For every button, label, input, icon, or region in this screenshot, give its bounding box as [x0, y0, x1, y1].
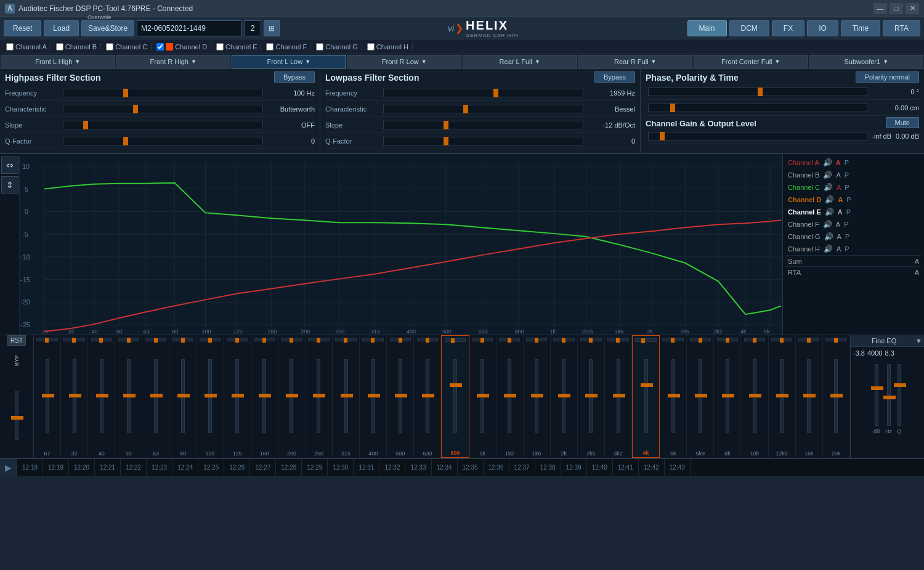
channel-checkbox-channeld[interactable] [156, 43, 164, 51]
eq-fader-track-9[interactable] [290, 359, 293, 433]
eq-fader-track-7[interactable] [235, 359, 239, 433]
delay-slider-thumb[interactable] [670, 104, 675, 112]
eq-fader-thumb-12[interactable] [368, 394, 380, 397]
save-store-button[interactable]: Save&Store [81, 20, 134, 36]
legend-ch-g-a[interactable]: A [837, 233, 841, 240]
legend-ch-d-p[interactable]: P [846, 196, 851, 203]
eq-fader-track-13[interactable] [399, 359, 402, 433]
eq-fader-track-6[interactable] [208, 359, 212, 433]
eq-fader-thumb-16[interactable] [477, 394, 489, 397]
eq-fader-thumb-24[interactable] [695, 394, 707, 397]
legend-ch-d-a[interactable]: A [838, 196, 843, 203]
delay-slider-track[interactable] [648, 104, 867, 112]
eq-fader-track-0[interactable] [46, 359, 49, 433]
eq-fader-thumb-0[interactable] [42, 394, 54, 397]
filter-slider-thumb-2[interactable] [83, 121, 88, 129]
filter-slider-thumb-0[interactable] [493, 89, 498, 97]
eq-fader-track-1[interactable] [73, 359, 76, 433]
lowpass-bypass-button[interactable]: Bypass [594, 71, 635, 83]
eq-fader-thumb-4[interactable] [150, 394, 163, 397]
legend-ch-e-a[interactable]: A [838, 208, 843, 216]
fine-eq-arrow-icon[interactable]: ▼ [915, 337, 922, 344]
eq-fader-track-28[interactable] [807, 359, 811, 433]
fine-eq-hz-track[interactable] [887, 364, 891, 426]
channel-name-btn-2[interactable]: Front L Low▼ [232, 55, 346, 68]
legend-rta-a[interactable]: A [915, 269, 919, 276]
polarity-button[interactable]: Polarity normal [856, 71, 919, 83]
eq-fader-thumb-17[interactable] [504, 394, 516, 397]
eq-fader-thumb-10[interactable] [313, 394, 325, 397]
eq-fader-track-21[interactable] [617, 359, 620, 433]
close-button[interactable]: ✕ [906, 3, 919, 14]
eq-fader-track-20[interactable] [589, 359, 593, 433]
nav-rta-button[interactable]: RTA [883, 20, 920, 36]
eq-fader-track-14[interactable] [426, 359, 429, 433]
legend-ch-b-p[interactable]: P [845, 171, 849, 179]
eq-fader-track-22[interactable] [644, 359, 648, 433]
legend-ch-f-speaker-icon[interactable]: 🔊 [823, 220, 832, 229]
channel-name-btn-4[interactable]: Rear L Full▼ [463, 55, 577, 68]
eq-fader-thumb-3[interactable] [123, 394, 136, 397]
eq-fader-track-27[interactable] [780, 359, 784, 433]
fine-eq-db-track[interactable] [875, 364, 878, 426]
channel-checkbox-channelg[interactable] [316, 43, 323, 51]
eq-rst-button[interactable]: RST [7, 335, 26, 346]
eq-fader-thumb-26[interactable] [749, 394, 761, 397]
preset-number-input[interactable] [244, 20, 261, 36]
eq-fader-thumb-28[interactable] [803, 394, 816, 397]
eq-fader-thumb-6[interactable] [205, 394, 217, 397]
legend-ch-h-a[interactable]: A [837, 245, 841, 253]
eq-fader-track-19[interactable] [562, 359, 565, 433]
eq-fader-thumb-15[interactable] [450, 383, 462, 387]
mute-button[interactable]: Mute [886, 117, 919, 128]
channel-checkbox-channelh[interactable] [367, 43, 375, 51]
highpass-bypass-button[interactable]: Bypass [274, 71, 315, 83]
graph-zoom-fit-button[interactable]: ⇔ [1, 157, 18, 174]
eq-fader-thumb-8[interactable] [259, 394, 271, 397]
eq-master-fader-thumb[interactable] [11, 416, 23, 420]
eq-fader-thumb-27[interactable] [776, 394, 788, 397]
eq-fader-track-26[interactable] [753, 359, 756, 433]
eq-fader-thumb-7[interactable] [232, 394, 244, 397]
minimize-button[interactable]: — [873, 3, 887, 14]
channel-checkbox-channelc[interactable] [106, 43, 113, 51]
eq-fader-thumb-20[interactable] [585, 394, 598, 397]
fine-eq-hz-thumb[interactable] [883, 396, 896, 399]
eq-fader-thumb-22[interactable] [641, 383, 653, 387]
filter-slider-track-2[interactable] [63, 121, 263, 129]
channel-name-btn-3[interactable]: Front R Low▼ [347, 55, 462, 68]
eq-fader-track-15[interactable] [453, 359, 457, 433]
fine-eq-q-track[interactable] [898, 364, 901, 426]
eq-fader-thumb-18[interactable] [531, 394, 543, 397]
reset-button[interactable]: Reset [4, 20, 41, 36]
channel-checkbox-channele[interactable] [216, 43, 224, 51]
channel-name-btn-1[interactable]: Front R High▼ [116, 55, 231, 68]
legend-ch-g-p[interactable]: P [845, 233, 849, 240]
legend-ch-e-p[interactable]: P [846, 208, 851, 216]
eq-fader-track-5[interactable] [181, 359, 185, 433]
eq-fader-thumb-2[interactable] [96, 394, 108, 397]
eq-fader-thumb-29[interactable] [830, 394, 843, 397]
phase-slider-track[interactable] [648, 88, 867, 96]
legend-ch-f-p[interactable]: P [844, 221, 848, 228]
filter-slider-track-2[interactable] [383, 121, 583, 129]
eq-fader-track-2[interactable] [100, 359, 103, 433]
timeline-play-button[interactable]: ▶ [0, 459, 17, 476]
eq-fader-track-16[interactable] [480, 359, 484, 433]
maximize-button[interactable]: □ [890, 3, 903, 14]
eq-fader-track-17[interactable] [508, 359, 511, 433]
nav-main-button[interactable]: Main [687, 20, 727, 36]
filter-slider-thumb-3[interactable] [444, 137, 448, 145]
channel-name-btn-6[interactable]: Front Center Full▼ [694, 55, 808, 68]
eq-fader-track-11[interactable] [344, 359, 348, 433]
legend-ch-d-speaker-icon[interactable]: 🔊 [825, 195, 834, 204]
channel-checkbox-channela[interactable] [6, 43, 14, 51]
filter-slider-track-1[interactable] [383, 105, 583, 113]
eq-fader-track-3[interactable] [127, 359, 131, 433]
preset-icon-button[interactable]: ⊞ [264, 20, 280, 36]
legend-ch-c-a[interactable]: A [837, 184, 841, 191]
eq-fader-track-23[interactable] [671, 359, 675, 433]
eq-fader-track-18[interactable] [535, 359, 538, 433]
eq-fader-thumb-1[interactable] [69, 394, 81, 397]
eq-fader-thumb-14[interactable] [422, 394, 434, 397]
